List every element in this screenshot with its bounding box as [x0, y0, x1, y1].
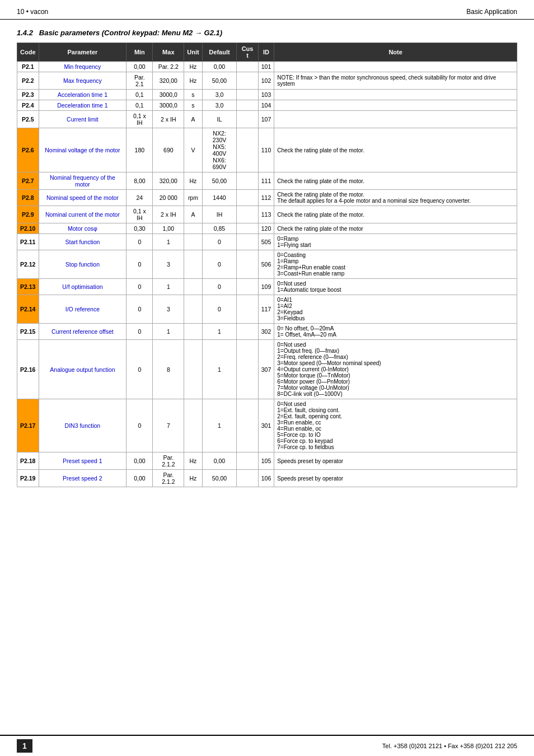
col-code: Code	[17, 43, 39, 62]
table-row: P2.10 Motor cosφ 0,30 1,00 0,85 120 Chec…	[17, 223, 517, 234]
max-cell: 3	[153, 250, 184, 279]
cus-cell	[237, 62, 258, 72]
note-cell: Speeds preset by operator	[274, 470, 517, 487]
cus-cell	[237, 234, 258, 250]
code-cell: P2.3	[17, 90, 39, 100]
table-row: P2.13 U/f optimisation 0 1 0 109 0=Not u…	[17, 279, 517, 295]
default-cell: 0,85	[202, 223, 237, 234]
min-cell: 0	[127, 250, 153, 279]
id-cell: 111	[258, 172, 274, 190]
min-cell: 8,00	[127, 172, 153, 190]
code-cell: P2.6	[17, 128, 39, 172]
param-cell: Deceleration time 1	[39, 100, 127, 111]
page-content: 1.4.2 Basic parameters (Control keypad: …	[0, 20, 534, 735]
id-cell: 302	[258, 324, 274, 340]
unit-cell	[184, 279, 202, 295]
max-cell: 1	[153, 324, 184, 340]
table-row: P2.8 Nominal speed of the motor 24 20 00…	[17, 190, 517, 206]
min-cell: 180	[127, 128, 153, 172]
table-row: P2.17 DIN3 function 0 7 1 301 0=Not used…	[17, 399, 517, 452]
unit-cell	[184, 223, 202, 234]
table-row: P2.14 I/O reference 0 3 0 117 0=AI1 1=AI…	[17, 295, 517, 324]
col-note: Note	[274, 43, 517, 62]
cus-cell	[237, 90, 258, 100]
param-cell: I/O reference	[39, 295, 127, 324]
section-title: 1.4.2 Basic parameters (Control keypad: …	[17, 29, 517, 37]
code-cell: P2.13	[17, 279, 39, 295]
max-cell: 1	[153, 279, 184, 295]
note-cell: 0= No offset, 0—20mA 1= Offset, 4mA—20 m…	[274, 324, 517, 340]
default-cell: 1	[202, 340, 237, 399]
param-cell: Acceleration time 1	[39, 90, 127, 100]
header-left: 10 • vacon	[17, 8, 48, 16]
col-id: ID	[258, 43, 274, 62]
code-cell: P2.16	[17, 340, 39, 399]
table-header-row: Code Parameter Min Max Unit Default Cus …	[17, 43, 517, 62]
unit-cell: V	[184, 128, 202, 172]
param-cell: Max frequency	[39, 72, 127, 90]
min-cell: 0	[127, 234, 153, 250]
default-cell: NX2: 230V NX5: 400V NX6: 690V	[202, 128, 237, 172]
max-cell: 8	[153, 340, 184, 399]
note-cell: Check the rating plate of the motor.	[274, 128, 517, 172]
id-cell: 301	[258, 399, 274, 452]
max-cell: 20 000	[153, 190, 184, 206]
table-row: P2.9 Nominal current of the motor 0,1 x …	[17, 206, 517, 223]
default-cell: 1	[202, 399, 237, 452]
id-cell: 506	[258, 250, 274, 279]
cus-cell	[237, 399, 258, 452]
table-row: P2.3 Acceleration time 1 0,1 3000,0 s 3,…	[17, 90, 517, 100]
page-wrapper: 10 • vacon Basic Application 1.4.2 Basic…	[0, 0, 534, 756]
param-cell: Motor cosφ	[39, 223, 127, 234]
min-cell: 0	[127, 340, 153, 399]
param-cell: Start function	[39, 234, 127, 250]
min-cell: 0	[127, 399, 153, 452]
col-min: Min	[127, 43, 153, 62]
id-cell: 112	[258, 190, 274, 206]
default-cell: 3,0	[202, 90, 237, 100]
default-cell: IL	[202, 111, 237, 128]
id-cell: 103	[258, 90, 274, 100]
param-cell: Nominal frequency of the motor	[39, 172, 127, 190]
col-max: Max	[153, 43, 184, 62]
max-cell: 2 x IH	[153, 111, 184, 128]
note-cell	[274, 90, 517, 100]
id-cell: 505	[258, 234, 274, 250]
code-cell: P2.2	[17, 72, 39, 90]
unit-cell: s	[184, 90, 202, 100]
default-cell: 0	[202, 279, 237, 295]
default-cell: 50,00	[202, 172, 237, 190]
table-row: P2.11 Start function 0 1 0 505 0=Ramp 1=…	[17, 234, 517, 250]
col-default: Default	[202, 43, 237, 62]
note-cell: Check the rating plate of the motor. The…	[274, 190, 517, 206]
unit-cell: Hz	[184, 172, 202, 190]
cus-cell	[237, 172, 258, 190]
min-cell: 0	[127, 295, 153, 324]
min-cell: 0,00	[127, 470, 153, 487]
code-cell: P2.12	[17, 250, 39, 279]
unit-cell	[184, 234, 202, 250]
max-cell: Par. 2.2	[153, 62, 184, 72]
id-cell: 101	[258, 62, 274, 72]
table-row: P2.16 Analogue output function 0 8 1 307…	[17, 340, 517, 399]
cus-cell	[237, 470, 258, 487]
unit-cell: Hz	[184, 452, 202, 470]
default-cell: 0	[202, 250, 237, 279]
cus-cell	[237, 223, 258, 234]
param-cell: DIN3 function	[39, 399, 127, 452]
max-cell: 2 x IH	[153, 206, 184, 223]
unit-cell: A	[184, 111, 202, 128]
id-cell: 109	[258, 279, 274, 295]
id-cell: 105	[258, 452, 274, 470]
max-cell: 3000,0	[153, 100, 184, 111]
code-cell: P2.19	[17, 470, 39, 487]
unit-cell: rpm	[184, 190, 202, 206]
id-cell: 102	[258, 72, 274, 90]
unit-cell: A	[184, 206, 202, 223]
code-cell: P2.11	[17, 234, 39, 250]
code-cell: P2.10	[17, 223, 39, 234]
min-cell: 0,1	[127, 90, 153, 100]
code-cell: P2.5	[17, 111, 39, 128]
id-cell: 120	[258, 223, 274, 234]
param-cell: Nominal speed of the motor	[39, 190, 127, 206]
